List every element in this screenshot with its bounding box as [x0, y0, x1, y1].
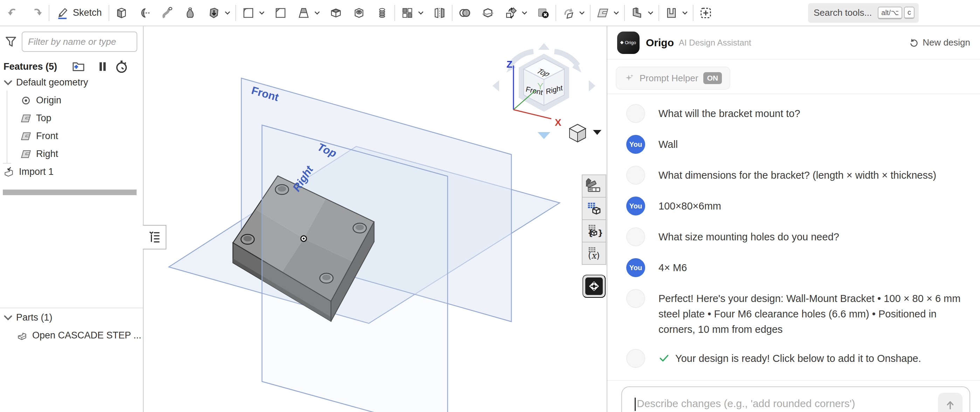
search-tools-input[interactable]: Search tools... alt/⌥ c — [808, 3, 919, 23]
viewport-canvas[interactable]: Front Top Right Top Front Right — [143, 26, 607, 412]
check-icon — [659, 352, 670, 364]
sweep-button[interactable] — [159, 3, 176, 23]
origo-app-button[interactable] — [582, 275, 606, 298]
toolbar-separator — [108, 5, 109, 21]
linear-pattern-button[interactable] — [374, 3, 391, 23]
rotate-right-triangle[interactable] — [589, 80, 595, 91]
revolve-button[interactable] — [136, 3, 153, 23]
toolbar-separator — [555, 5, 556, 21]
tree-item-front[interactable]: Front — [0, 127, 143, 145]
send-button[interactable] — [938, 393, 963, 412]
plane-tool-button[interactable] — [594, 3, 611, 23]
draft-button[interactable] — [295, 3, 312, 23]
toolbar-separator — [693, 5, 694, 21]
feature-list-toggle[interactable] — [143, 225, 166, 250]
thicken-dropdown[interactable] — [224, 3, 232, 23]
chat-message-assistant: What will the bracket mount to? — [626, 104, 970, 123]
sheet-metal-button[interactable] — [629, 3, 646, 23]
variables-button[interactable]: ( x ) — [582, 242, 606, 265]
display-mode-button[interactable] — [570, 124, 601, 142]
move-face-icon — [562, 6, 575, 20]
view-cube[interactable]: Top Front Right Z Y X — [492, 43, 595, 139]
onshape-app: Sketch — [0, 0, 980, 412]
hole-button[interactable] — [351, 3, 368, 23]
tree-item-label: Right — [36, 148, 58, 159]
rotate-down-triangle[interactable] — [538, 132, 550, 139]
pattern-dropdown[interactable] — [417, 3, 425, 23]
chat-message-assistant: Perfect! Here's your design: Wall-Mount … — [626, 289, 970, 337]
select-add-button[interactable] — [697, 3, 714, 23]
tree-group-default-geometry[interactable]: Default geometry — [0, 73, 143, 91]
split-button[interactable] — [479, 3, 496, 23]
appearance-button[interactable] — [582, 175, 606, 197]
chat-input[interactable]: Describe changes (e.g., 'add rounded cor… — [621, 387, 970, 412]
tree-item-origin[interactable]: Origin — [0, 91, 143, 109]
display-mode-dropdown-icon[interactable] — [593, 130, 601, 135]
move-face-dropdown[interactable] — [578, 3, 586, 23]
features-title: Features (5) — [3, 61, 57, 72]
extrude-button[interactable] — [113, 3, 130, 23]
circular-pattern-button[interactable] — [399, 3, 416, 23]
feature-statistics-button[interactable] — [114, 59, 129, 74]
transform-dropdown[interactable] — [521, 3, 528, 23]
assistant-avatar — [626, 104, 645, 123]
parts-header[interactable]: Parts (1) — [0, 309, 143, 326]
delete-part-button[interactable] — [535, 3, 552, 23]
named-views-cube-icon — [586, 200, 602, 216]
plane-icon — [20, 113, 32, 124]
tree-item-import[interactable]: Import 1 — [0, 163, 143, 181]
prompt-helper-row: Prompt Helper ON — [607, 60, 980, 94]
chevron-down-icon — [682, 11, 688, 15]
loft-button[interactable] — [183, 3, 199, 23]
undo-button[interactable] — [5, 3, 22, 23]
origin-marker[interactable] — [301, 236, 307, 242]
fillet-button[interactable] — [240, 3, 257, 23]
toolbar-separator — [49, 5, 49, 21]
tree-item-top[interactable]: Top — [0, 109, 143, 127]
configurations-cube-icon: { } — [586, 223, 602, 239]
part-item[interactable]: Open CASCADE STEP ... — [0, 326, 143, 344]
transform-button[interactable] — [503, 3, 519, 23]
tree-item-right[interactable]: Right — [0, 145, 143, 163]
toolbar-separator — [395, 5, 395, 21]
parts-divider — [0, 308, 143, 308]
redo-icon — [30, 6, 43, 20]
boolean-button[interactable] — [457, 3, 473, 23]
suspend-rebuild-button[interactable] — [95, 59, 110, 74]
configurations-button[interactable]: { } — [582, 219, 606, 242]
chevron-down-icon — [648, 11, 654, 15]
new-design-label: New design — [923, 37, 970, 48]
draft-dropdown[interactable] — [313, 3, 321, 23]
rollback-bar[interactable] — [3, 189, 137, 195]
origo-logo-diamond-icon — [620, 41, 624, 45]
enclose-dropdown[interactable] — [681, 3, 689, 23]
mirror-button[interactable] — [431, 3, 448, 23]
plane-tool-dropdown[interactable] — [612, 3, 620, 23]
sparkle-icon — [624, 73, 635, 83]
chevron-down-icon — [3, 315, 13, 321]
chevron-down-icon — [579, 11, 585, 15]
search-placeholder: Search tools... — [814, 7, 876, 18]
named-views-button[interactable] — [582, 197, 606, 220]
right-plane[interactable] — [262, 125, 448, 412]
sheet-metal-dropdown[interactable] — [647, 3, 655, 23]
thicken-button[interactable] — [205, 3, 223, 23]
origo-panel: Origo Origo AI Design Assistant New desi… — [607, 26, 980, 412]
enclose-button[interactable] — [663, 3, 680, 23]
filter-input[interactable] — [22, 32, 137, 52]
new-design-button[interactable]: New design — [908, 37, 970, 48]
redo-button[interactable] — [28, 3, 45, 23]
fillet-dropdown[interactable] — [258, 3, 266, 23]
new-folder-button[interactable] — [71, 59, 86, 74]
shell-button[interactable] — [328, 3, 344, 23]
chamfer-button[interactable] — [272, 3, 289, 23]
rotate-up-arrow[interactable] — [538, 43, 550, 50]
prompt-helper-toggle[interactable]: Prompt Helper ON — [616, 67, 730, 90]
rotate-left-triangle[interactable] — [492, 80, 499, 91]
sketch-button[interactable]: Sketch — [53, 3, 105, 23]
move-face-button[interactable] — [560, 3, 577, 23]
viewport-3d[interactable]: Front Top Right Top Front Right — [143, 26, 607, 412]
chat-input-placeholder: Describe changes (e.g., 'add rounded cor… — [637, 398, 855, 410]
feature-list-icon — [148, 231, 161, 244]
user-avatar: You — [626, 197, 645, 215]
